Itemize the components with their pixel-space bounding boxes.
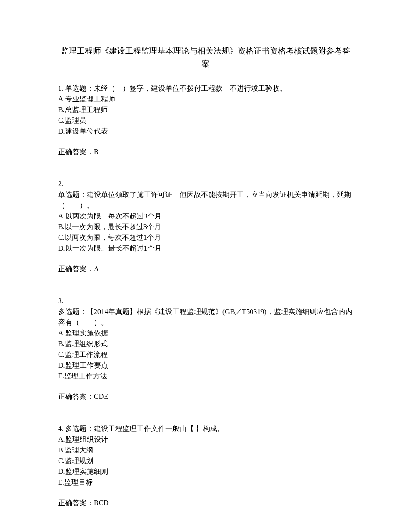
question-2-option-a: A.以两次为限．每次不超过3个月 bbox=[58, 211, 353, 222]
question-3-number: 3. bbox=[58, 296, 353, 306]
question-4-option-b: B.监理大纲 bbox=[58, 445, 353, 456]
question-3-option-c: C.监理工作流程 bbox=[58, 349, 353, 360]
question-1-text: 单选题：未经（ ）签字，建设单位不拨付工程款，不进行竣工验收。 bbox=[65, 84, 287, 92]
question-3-option-d: D.监理工作要点 bbox=[58, 360, 353, 371]
question-4: 4. 多选题：建设工程监理工作文件一般由【 】构成。 A.监理组织设计 B.监理… bbox=[58, 423, 353, 508]
question-4-prompt: 4. 多选题：建设工程监理工作文件一般由【 】构成。 bbox=[58, 423, 353, 434]
question-4-option-c: C.监理规划 bbox=[58, 456, 353, 466]
question-3-option-b: B.监理组织形式 bbox=[58, 339, 353, 349]
question-3-prompt: 多选题：【2014年真题】根据《建设工程监理规范》(GB／T50319)，监理实… bbox=[58, 306, 353, 328]
question-1-option-b: B.总监理工程师 bbox=[58, 105, 353, 115]
question-2-option-b: B.以一次为限，最长不超过3个月 bbox=[58, 222, 353, 232]
question-4-option-a: A.监理组织设计 bbox=[58, 434, 353, 445]
question-1-prompt: 1. 单选题：未经（ ）签字，建设单位不拨付工程款，不进行竣工验收。 bbox=[58, 83, 353, 94]
question-3-option-a: A.监理实施依据 bbox=[58, 328, 353, 339]
question-2-option-d: D.以一次为限。最长不超过1个月 bbox=[58, 243, 353, 254]
question-4-option-d: D.监理实施细则 bbox=[58, 466, 353, 477]
question-1-option-a: A.专业监理工程师 bbox=[58, 94, 353, 105]
question-4-number: 4. bbox=[58, 425, 63, 432]
document-title: 监理工程师《建设工程监理基本理论与相关法规》资格证书资格考核试题附参考答案 bbox=[58, 45, 353, 71]
question-2-prompt: 单选题：建设单位领取了施工许可证，但因故不能按期开工，应当向发证机关申请延期，延… bbox=[58, 189, 353, 211]
question-1-number: 1. bbox=[58, 84, 63, 92]
question-4-option-e: E.监理目标 bbox=[58, 477, 353, 488]
question-4-text: 多选题：建设工程监理工作文件一般由【 】构成。 bbox=[65, 425, 224, 432]
question-1-option-c: C.监理员 bbox=[58, 115, 353, 126]
question-2-number: 2. bbox=[58, 179, 353, 189]
question-3-answer: 正确答案：CDE bbox=[58, 391, 353, 402]
question-4-answer: 正确答案：BCD bbox=[58, 498, 353, 508]
question-3: 3. 多选题：【2014年真题】根据《建设工程监理规范》(GB／T50319)，… bbox=[58, 296, 353, 402]
question-1-answer: 正确答案：B bbox=[58, 147, 353, 157]
question-1-option-d: D.建设单位代表 bbox=[58, 126, 353, 137]
question-1: 1. 单选题：未经（ ）签字，建设单位不拨付工程款，不进行竣工验收。 A.专业监… bbox=[58, 83, 353, 157]
question-2: 2. 单选题：建设单位领取了施工许可证，但因故不能按期开工，应当向发证机关申请延… bbox=[58, 179, 353, 274]
question-2-option-c: C.以两次为限，每次不超过1个月 bbox=[58, 232, 353, 243]
question-3-option-e: E.监理工作方法 bbox=[58, 371, 353, 381]
question-2-answer: 正确答案：A bbox=[58, 264, 353, 274]
